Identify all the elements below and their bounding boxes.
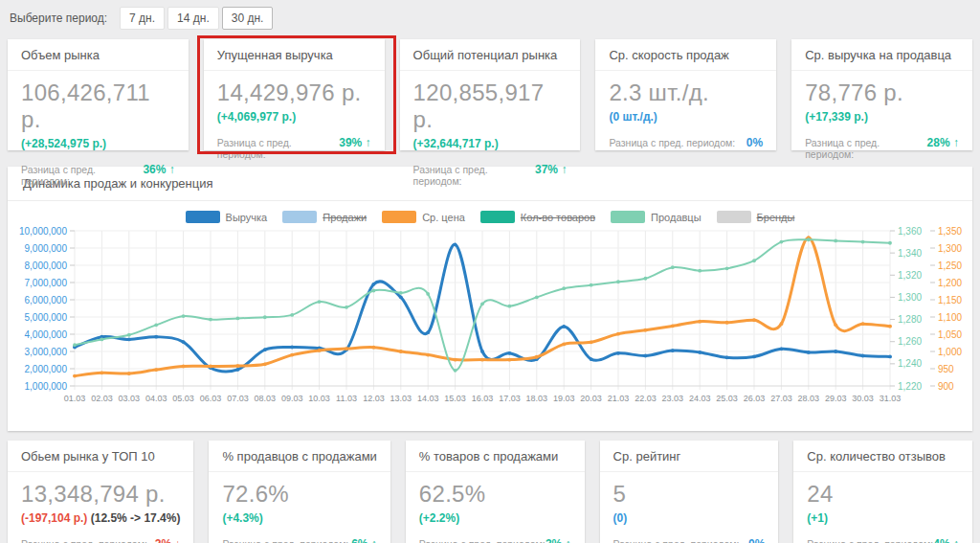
- legend-item-products-count[interactable]: Кол-во товаров: [480, 211, 595, 223]
- legend-swatch-avg-price: [382, 211, 416, 223]
- svg-text:17.03: 17.03: [499, 394, 521, 403]
- svg-text:1,200: 1,200: [938, 278, 962, 288]
- card-value: 78,776 р.: [805, 79, 959, 106]
- svg-text:07.03: 07.03: [227, 394, 249, 403]
- card-body: 2.3 шт./д. (0 шт./д.) Разница с пред. пе…: [595, 71, 776, 149]
- trend-up-icon: ↑: [953, 537, 959, 543]
- card-delta: (+32,644,717 р.): [413, 137, 568, 150]
- card-note: Разница с пред. периодом: 0%: [613, 537, 766, 543]
- svg-text:28.03: 28.03: [798, 394, 820, 403]
- svg-text:29.03: 29.03: [825, 394, 847, 403]
- stat-card: Ср. количество отзывов 24 (+1) Разница с…: [793, 441, 972, 543]
- note-label: Разница с пред. периодом:: [21, 164, 143, 187]
- card-value: 106,426,711 р.: [21, 79, 175, 133]
- note-label: Разница с пред. периодом:: [807, 538, 933, 543]
- svg-text:1,340: 1,340: [898, 248, 922, 259]
- svg-text:23.03: 23.03: [662, 394, 684, 403]
- svg-text:11.03: 11.03: [336, 394, 357, 403]
- card-value: 2.3 шт./д.: [609, 79, 763, 106]
- legend-swatch-sales: [282, 211, 317, 223]
- stat-card: Упущенная выручка 14,429,976 р. (+4,069,…: [204, 39, 385, 150]
- card-delta: (+4.3%): [222, 511, 376, 525]
- svg-text:20.03: 20.03: [580, 394, 602, 403]
- card-title: % товаров с продажами: [406, 441, 585, 472]
- svg-text:1,300: 1,300: [898, 292, 922, 303]
- card-body: 5 (0) Разница с пред. периодом: 0%: [600, 472, 779, 543]
- stat-card: Обьем рынка у ТОП 10 13,348,794 р. (-197…: [8, 441, 193, 543]
- card-title: Объем рынка: [8, 39, 189, 71]
- legend-swatch-products-count: [480, 211, 515, 223]
- card-delta: (0): [613, 511, 766, 525]
- card-note: Разница с пред. периодом: 6% ↑: [222, 537, 376, 543]
- period-selector-label: Выберите период:: [10, 11, 107, 25]
- note-label: Разница с пред. периодом:: [413, 164, 535, 187]
- trend-up-icon: ↑: [561, 163, 567, 176]
- stat-card: Ср. рейтинг 5 (0) Разница с пред. период…: [600, 441, 779, 543]
- period-button-30d[interactable]: 30 дн.: [222, 7, 274, 30]
- svg-text:1,050: 1,050: [938, 329, 962, 340]
- card-note: Разница с пред. периодом: 4% ↑: [807, 537, 959, 543]
- card-title: Обьем рынка у ТОП 10: [8, 441, 193, 472]
- svg-text:30.03: 30.03: [852, 394, 874, 403]
- svg-text:19.03: 19.03: [553, 394, 575, 403]
- card-products-with-sales-pct: % товаров с продажами 62.5% (+2.2%) Разн…: [406, 441, 585, 543]
- card-note: Разница с пред. периодом: 36% ↑: [21, 163, 175, 187]
- card-title: Ср. количество отзывов: [793, 441, 972, 472]
- pct-value: 0%: [746, 136, 763, 149]
- svg-text:15.03: 15.03: [444, 394, 466, 403]
- card-delta: (+4,069,977 р.): [217, 110, 371, 124]
- period-button-7d[interactable]: 7 дн.: [120, 7, 165, 30]
- legend-item-avg-price[interactable]: Ср. цена: [382, 211, 465, 223]
- card-avg-revenue-per-seller: Ср. выручка на продавца 78,776 р. (+17,3…: [791, 39, 972, 150]
- svg-text:7,000,000: 7,000,000: [25, 278, 68, 288]
- pct-value: 28% ↑: [927, 136, 959, 149]
- pct-value: 3% ↑: [546, 537, 571, 543]
- svg-text:1,250: 1,250: [938, 260, 962, 271]
- pct-value: 37% ↑: [535, 163, 567, 176]
- card-body: 120,855,917 р. (+32,644,717 р.) Разница …: [400, 71, 581, 187]
- svg-text:25.03: 25.03: [716, 394, 738, 403]
- svg-text:27.03: 27.03: [770, 394, 792, 403]
- card-avg-rating: Ср. рейтинг 5 (0) Разница с пред. период…: [600, 441, 779, 543]
- svg-text:1,220: 1,220: [898, 381, 922, 392]
- stat-card: Ср. скорость продаж 2.3 шт./д. (0 шт./д.…: [595, 39, 776, 150]
- legend-item-brands[interactable]: Бренды: [717, 211, 795, 223]
- card-delta: (0 шт./д.): [609, 110, 763, 124]
- card-market-volume: Объем рынка 106,426,711 р. (+28,524,975 …: [8, 39, 189, 150]
- legend-swatch-revenue: [186, 211, 220, 223]
- svg-text:05.03: 05.03: [172, 394, 194, 403]
- card-note: Разница с пред. периодом: 0%: [609, 136, 763, 149]
- card-value: 72.6%: [222, 481, 376, 508]
- svg-text:12.03: 12.03: [363, 394, 385, 403]
- svg-text:1,300: 1,300: [938, 243, 962, 254]
- svg-text:1,000: 1,000: [938, 347, 962, 357]
- svg-text:10,000,000: 10,000,000: [19, 226, 67, 237]
- svg-text:3,000,000: 3,000,000: [25, 347, 68, 357]
- card-sellers-with-sales-pct: % продавцов с продажами 72.6% (+4.3%) Ра…: [209, 441, 390, 543]
- svg-text:5,000,000: 5,000,000: [25, 312, 68, 323]
- note-label: Разница с пред. периодом:: [609, 137, 735, 148]
- card-title: Ср. скорость продаж: [595, 39, 776, 71]
- card-note: Разница с пред. периодом: -2% ↓: [21, 537, 180, 543]
- note-label: Разница с пред. периодом:: [805, 137, 926, 160]
- svg-text:1,260: 1,260: [898, 336, 922, 347]
- svg-text:1,150: 1,150: [938, 295, 962, 305]
- svg-text:1,000,000: 1,000,000: [25, 381, 68, 392]
- svg-text:900: 900: [938, 381, 954, 392]
- top-cards-row: Объем рынка 106,426,711 р. (+28,524,975 …: [8, 39, 972, 150]
- legend-item-sales[interactable]: Продажи: [282, 211, 367, 223]
- svg-text:01.03: 01.03: [64, 394, 86, 403]
- svg-text:26.03: 26.03: [744, 394, 766, 403]
- legend-item-revenue[interactable]: Выручка: [186, 211, 268, 223]
- svg-text:06.03: 06.03: [200, 394, 222, 403]
- trend-up-icon: ↑: [566, 537, 571, 543]
- card-delta: (-197,104 р.) (12.5% -> 17.4%): [21, 511, 180, 525]
- period-button-14d[interactable]: 14 дн.: [167, 7, 219, 30]
- svg-text:6,000,000: 6,000,000: [25, 295, 68, 305]
- stat-card: Объем рынка 106,426,711 р. (+28,524,975 …: [8, 39, 189, 150]
- note-label: Разница с пред. периодом:: [613, 538, 740, 543]
- pct-value: 4% ↑: [933, 537, 959, 543]
- svg-text:1,240: 1,240: [898, 358, 922, 369]
- pct-value: 0%: [748, 537, 765, 543]
- legend-item-sellers[interactable]: Продавцы: [611, 211, 702, 223]
